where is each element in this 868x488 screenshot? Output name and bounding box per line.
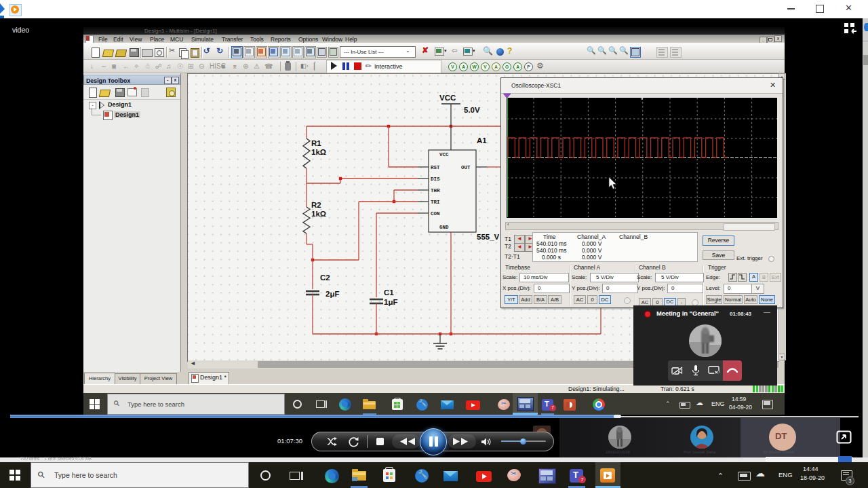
svg-text:R2: R2 bbox=[311, 201, 321, 209]
svg-text:RST: RST bbox=[431, 165, 440, 170]
svg-text:5.0V: 5.0V bbox=[464, 106, 480, 114]
svg-text:A1: A1 bbox=[477, 136, 487, 145]
svg-text:R1: R1 bbox=[311, 139, 321, 147]
svg-text:C2: C2 bbox=[320, 274, 330, 282]
svg-text:OUT: OUT bbox=[461, 165, 471, 170]
svg-text:TRI: TRI bbox=[431, 200, 440, 205]
svg-text:CON: CON bbox=[431, 211, 440, 217]
svg-text:THR: THR bbox=[431, 188, 440, 193]
svg-text:2μF: 2μF bbox=[326, 290, 339, 298]
svg-text:555_V: 555_V bbox=[477, 233, 500, 241]
svg-text:1kΩ: 1kΩ bbox=[311, 210, 326, 218]
svg-text:VCC: VCC bbox=[439, 152, 449, 157]
svg-text:GND: GND bbox=[439, 225, 449, 230]
svg-text:1kΩ: 1kΩ bbox=[311, 148, 326, 156]
svg-text:VCC: VCC bbox=[439, 94, 456, 102]
svg-text:1μF: 1μF bbox=[384, 298, 397, 306]
svg-text:C1: C1 bbox=[384, 288, 394, 297]
svg-text:DIS: DIS bbox=[431, 176, 440, 182]
